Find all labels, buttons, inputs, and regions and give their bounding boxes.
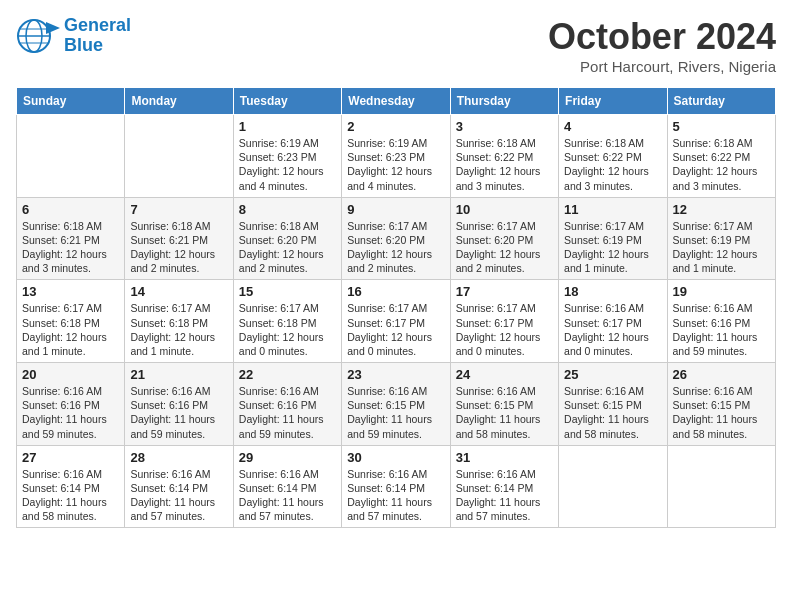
calendar-cell: 26Sunrise: 6:16 AM Sunset: 6:15 PM Dayli… <box>667 363 775 446</box>
day-number: 19 <box>673 284 770 299</box>
calendar-cell: 13Sunrise: 6:17 AM Sunset: 6:18 PM Dayli… <box>17 280 125 363</box>
calendar-cell: 18Sunrise: 6:16 AM Sunset: 6:17 PM Dayli… <box>559 280 667 363</box>
day-info: Sunrise: 6:18 AM Sunset: 6:22 PM Dayligh… <box>564 136 661 193</box>
day-info: Sunrise: 6:17 AM Sunset: 6:20 PM Dayligh… <box>347 219 444 276</box>
calendar-cell: 3Sunrise: 6:18 AM Sunset: 6:22 PM Daylig… <box>450 115 558 198</box>
day-info: Sunrise: 6:16 AM Sunset: 6:14 PM Dayligh… <box>130 467 227 524</box>
week-row-2: 6Sunrise: 6:18 AM Sunset: 6:21 PM Daylig… <box>17 197 776 280</box>
day-number: 3 <box>456 119 553 134</box>
day-number: 9 <box>347 202 444 217</box>
day-number: 20 <box>22 367 119 382</box>
day-number: 7 <box>130 202 227 217</box>
weekday-header-friday: Friday <box>559 88 667 115</box>
location: Port Harcourt, Rivers, Nigeria <box>548 58 776 75</box>
calendar-cell: 30Sunrise: 6:16 AM Sunset: 6:14 PM Dayli… <box>342 445 450 528</box>
day-number: 27 <box>22 450 119 465</box>
day-info: Sunrise: 6:19 AM Sunset: 6:23 PM Dayligh… <box>239 136 336 193</box>
calendar-cell: 29Sunrise: 6:16 AM Sunset: 6:14 PM Dayli… <box>233 445 341 528</box>
day-info: Sunrise: 6:16 AM Sunset: 6:14 PM Dayligh… <box>347 467 444 524</box>
calendar-cell <box>17 115 125 198</box>
day-info: Sunrise: 6:16 AM Sunset: 6:16 PM Dayligh… <box>22 384 119 441</box>
calendar-cell: 27Sunrise: 6:16 AM Sunset: 6:14 PM Dayli… <box>17 445 125 528</box>
calendar-cell: 31Sunrise: 6:16 AM Sunset: 6:14 PM Dayli… <box>450 445 558 528</box>
day-number: 12 <box>673 202 770 217</box>
calendar-cell: 14Sunrise: 6:17 AM Sunset: 6:18 PM Dayli… <box>125 280 233 363</box>
weekday-header-tuesday: Tuesday <box>233 88 341 115</box>
logo-icon <box>16 18 60 54</box>
calendar-cell: 11Sunrise: 6:17 AM Sunset: 6:19 PM Dayli… <box>559 197 667 280</box>
calendar-cell: 6Sunrise: 6:18 AM Sunset: 6:21 PM Daylig… <box>17 197 125 280</box>
svg-marker-5 <box>46 22 60 34</box>
calendar-cell: 17Sunrise: 6:17 AM Sunset: 6:17 PM Dayli… <box>450 280 558 363</box>
calendar-cell: 28Sunrise: 6:16 AM Sunset: 6:14 PM Dayli… <box>125 445 233 528</box>
day-number: 18 <box>564 284 661 299</box>
logo-line2: Blue <box>64 36 131 56</box>
day-info: Sunrise: 6:18 AM Sunset: 6:22 PM Dayligh… <box>456 136 553 193</box>
day-info: Sunrise: 6:16 AM Sunset: 6:15 PM Dayligh… <box>347 384 444 441</box>
day-number: 11 <box>564 202 661 217</box>
day-number: 30 <box>347 450 444 465</box>
weekday-header-row: SundayMondayTuesdayWednesdayThursdayFrid… <box>17 88 776 115</box>
day-number: 23 <box>347 367 444 382</box>
day-info: Sunrise: 6:16 AM Sunset: 6:15 PM Dayligh… <box>564 384 661 441</box>
calendar-cell: 19Sunrise: 6:16 AM Sunset: 6:16 PM Dayli… <box>667 280 775 363</box>
calendar-cell: 15Sunrise: 6:17 AM Sunset: 6:18 PM Dayli… <box>233 280 341 363</box>
day-number: 16 <box>347 284 444 299</box>
day-info: Sunrise: 6:16 AM Sunset: 6:16 PM Dayligh… <box>239 384 336 441</box>
day-number: 22 <box>239 367 336 382</box>
calendar-cell: 1Sunrise: 6:19 AM Sunset: 6:23 PM Daylig… <box>233 115 341 198</box>
day-info: Sunrise: 6:16 AM Sunset: 6:14 PM Dayligh… <box>456 467 553 524</box>
calendar-cell: 24Sunrise: 6:16 AM Sunset: 6:15 PM Dayli… <box>450 363 558 446</box>
day-info: Sunrise: 6:18 AM Sunset: 6:22 PM Dayligh… <box>673 136 770 193</box>
day-info: Sunrise: 6:16 AM Sunset: 6:15 PM Dayligh… <box>456 384 553 441</box>
logo: General Blue <box>16 16 131 56</box>
weekday-header-saturday: Saturday <box>667 88 775 115</box>
calendar-cell: 21Sunrise: 6:16 AM Sunset: 6:16 PM Dayli… <box>125 363 233 446</box>
day-number: 24 <box>456 367 553 382</box>
day-number: 13 <box>22 284 119 299</box>
day-info: Sunrise: 6:17 AM Sunset: 6:18 PM Dayligh… <box>130 301 227 358</box>
day-info: Sunrise: 6:17 AM Sunset: 6:19 PM Dayligh… <box>673 219 770 276</box>
calendar-cell <box>667 445 775 528</box>
day-info: Sunrise: 6:16 AM Sunset: 6:14 PM Dayligh… <box>239 467 336 524</box>
weekday-header-thursday: Thursday <box>450 88 558 115</box>
calendar-cell: 20Sunrise: 6:16 AM Sunset: 6:16 PM Dayli… <box>17 363 125 446</box>
calendar-cell: 4Sunrise: 6:18 AM Sunset: 6:22 PM Daylig… <box>559 115 667 198</box>
day-info: Sunrise: 6:17 AM Sunset: 6:19 PM Dayligh… <box>564 219 661 276</box>
calendar-cell <box>559 445 667 528</box>
day-number: 14 <box>130 284 227 299</box>
calendar-table: SundayMondayTuesdayWednesdayThursdayFrid… <box>16 87 776 528</box>
day-number: 17 <box>456 284 553 299</box>
logo-line1: General <box>64 16 131 36</box>
day-number: 8 <box>239 202 336 217</box>
week-row-5: 27Sunrise: 6:16 AM Sunset: 6:14 PM Dayli… <box>17 445 776 528</box>
calendar-cell: 9Sunrise: 6:17 AM Sunset: 6:20 PM Daylig… <box>342 197 450 280</box>
weekday-header-wednesday: Wednesday <box>342 88 450 115</box>
day-number: 26 <box>673 367 770 382</box>
day-info: Sunrise: 6:16 AM Sunset: 6:15 PM Dayligh… <box>673 384 770 441</box>
day-info: Sunrise: 6:17 AM Sunset: 6:17 PM Dayligh… <box>347 301 444 358</box>
week-row-1: 1Sunrise: 6:19 AM Sunset: 6:23 PM Daylig… <box>17 115 776 198</box>
week-row-3: 13Sunrise: 6:17 AM Sunset: 6:18 PM Dayli… <box>17 280 776 363</box>
day-info: Sunrise: 6:17 AM Sunset: 6:18 PM Dayligh… <box>239 301 336 358</box>
calendar-cell: 25Sunrise: 6:16 AM Sunset: 6:15 PM Dayli… <box>559 363 667 446</box>
day-info: Sunrise: 6:17 AM Sunset: 6:17 PM Dayligh… <box>456 301 553 358</box>
calendar-cell <box>125 115 233 198</box>
calendar-cell: 12Sunrise: 6:17 AM Sunset: 6:19 PM Dayli… <box>667 197 775 280</box>
day-info: Sunrise: 6:16 AM Sunset: 6:14 PM Dayligh… <box>22 467 119 524</box>
day-number: 6 <box>22 202 119 217</box>
day-number: 5 <box>673 119 770 134</box>
calendar-cell: 2Sunrise: 6:19 AM Sunset: 6:23 PM Daylig… <box>342 115 450 198</box>
calendar-cell: 22Sunrise: 6:16 AM Sunset: 6:16 PM Dayli… <box>233 363 341 446</box>
calendar-cell: 23Sunrise: 6:16 AM Sunset: 6:15 PM Dayli… <box>342 363 450 446</box>
day-info: Sunrise: 6:16 AM Sunset: 6:16 PM Dayligh… <box>673 301 770 358</box>
weekday-header-sunday: Sunday <box>17 88 125 115</box>
day-number: 31 <box>456 450 553 465</box>
page-header: General Blue October 2024 Port Harcourt,… <box>16 16 776 75</box>
day-info: Sunrise: 6:16 AM Sunset: 6:16 PM Dayligh… <box>130 384 227 441</box>
day-number: 1 <box>239 119 336 134</box>
month-title: October 2024 <box>548 16 776 58</box>
day-number: 15 <box>239 284 336 299</box>
day-number: 21 <box>130 367 227 382</box>
day-info: Sunrise: 6:18 AM Sunset: 6:20 PM Dayligh… <box>239 219 336 276</box>
